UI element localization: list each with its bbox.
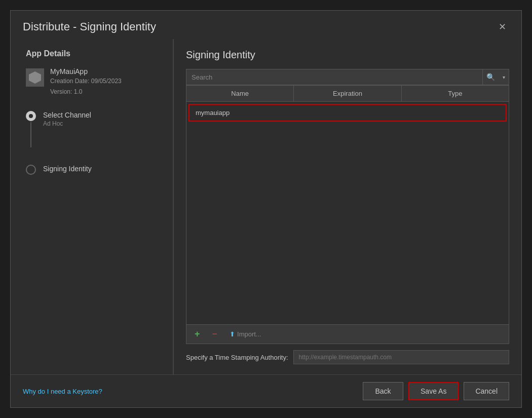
step2-circle	[26, 165, 36, 175]
step-signing-identity: Signing Identity	[26, 165, 163, 175]
title-bar: Distribute - Signing Identity ✕	[11, 11, 521, 39]
dialog: Distribute - Signing Identity ✕ App Deta…	[10, 10, 522, 408]
import-icon: ⬆	[230, 330, 235, 338]
step1-indicator-col	[26, 111, 36, 148]
remove-button[interactable]: −	[209, 328, 221, 340]
import-label: Import...	[237, 330, 261, 338]
add-button[interactable]: +	[192, 328, 203, 340]
step2-indicator-col	[26, 165, 36, 175]
table-header-row: Name Expiration Type	[186, 86, 509, 102]
app-details-text: MyMauiApp Creation Date: 09/05/2023 Vers…	[50, 67, 122, 97]
sidebar: App Details MyMauiApp Creation Date: 09/…	[11, 39, 173, 374]
app-icon-shape	[29, 71, 41, 84]
cell-type	[400, 105, 506, 121]
stepper: Select Channel Ad Hoc Signing Identity	[26, 111, 163, 175]
step1-label: Select Channel	[43, 111, 91, 119]
col-type: Type	[402, 86, 509, 101]
panel-title: Signing Identity	[186, 49, 509, 61]
col-expiration: Expiration	[294, 86, 401, 101]
search-dropdown-button[interactable]: ▾	[499, 69, 509, 85]
step-spacer	[26, 148, 163, 165]
step1-content: Select Channel Ad Hoc	[43, 111, 91, 127]
table-toolbar: + − ⬆ Import...	[186, 324, 509, 344]
app-icon	[26, 68, 44, 87]
help-link[interactable]: Why do I need a Keystore?	[23, 388, 102, 395]
timestamp-input[interactable]	[293, 350, 509, 364]
step2-content: Signing Identity	[43, 165, 92, 173]
footer: Why do I need a Keystore? Back Save As C…	[11, 374, 521, 407]
search-bar: 🔍 ▾	[186, 69, 509, 85]
content-area: App Details MyMauiApp Creation Date: 09/…	[11, 39, 521, 374]
cell-name: mymauiapp	[189, 105, 295, 121]
timestamp-row: Specify a Time Stamping Authority:	[186, 350, 509, 364]
search-icon-button[interactable]: 🔍	[482, 69, 499, 85]
timestamp-label: Specify a Time Stamping Authority:	[186, 354, 288, 361]
cell-expiration	[295, 105, 400, 121]
app-creation-date: Creation Date: 09/05/2023	[50, 77, 122, 86]
app-version: Version: 1.0	[50, 87, 122, 97]
table-body: mymauiapp	[186, 102, 509, 324]
close-button[interactable]: ✕	[495, 20, 509, 34]
step1-circle	[26, 111, 36, 121]
step-select-channel: Select Channel Ad Hoc	[26, 111, 163, 148]
app-name: MyMauiApp	[50, 67, 122, 75]
col-name: Name	[186, 86, 294, 101]
import-button[interactable]: ⬆ Import...	[226, 329, 264, 339]
dialog-title: Distribute - Signing Identity	[23, 20, 156, 33]
step1-line	[30, 122, 31, 147]
table-row[interactable]: mymauiapp	[188, 104, 507, 122]
sidebar-section-title: App Details	[26, 49, 163, 58]
save-as-button[interactable]: Save As	[408, 382, 459, 400]
back-button[interactable]: Back	[363, 382, 403, 400]
search-input[interactable]	[186, 73, 482, 81]
step2-label: Signing Identity	[43, 165, 92, 173]
identity-table-container: Name Expiration Type mymauiapp + −	[186, 85, 509, 344]
footer-buttons: Back Save As Cancel	[363, 382, 509, 400]
step1-sublabel: Ad Hoc	[43, 120, 91, 127]
app-info: MyMauiApp Creation Date: 09/05/2023 Vers…	[26, 67, 163, 97]
cancel-button[interactable]: Cancel	[464, 382, 509, 400]
main-panel: Signing Identity 🔍 ▾ Name Expiration Typ…	[173, 39, 521, 374]
